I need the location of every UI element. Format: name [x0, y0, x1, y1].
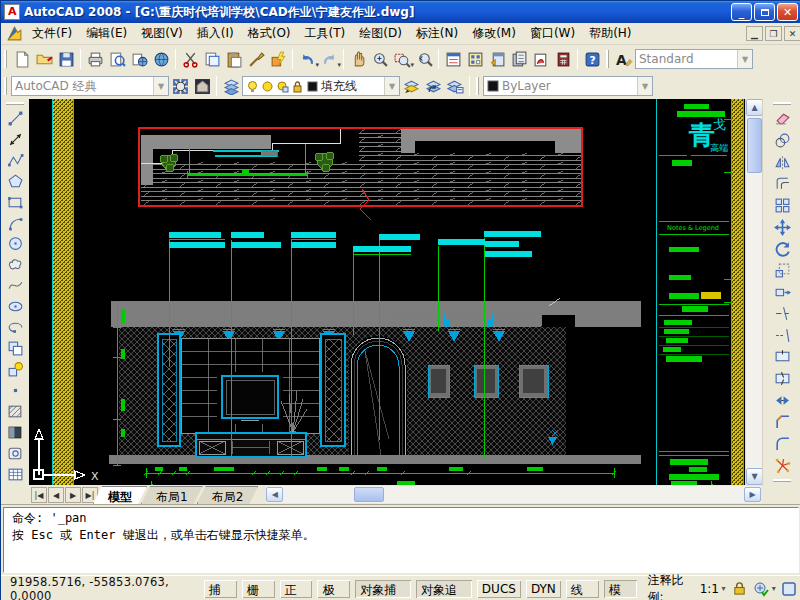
table-button[interactable]	[4, 464, 26, 485]
rectangle-button[interactable]	[4, 192, 26, 213]
text-style-icon[interactable]: A	[613, 48, 635, 70]
restore-button[interactable]	[754, 3, 775, 21]
toggle-ortho[interactable]: 正交	[279, 579, 314, 599]
construction-line-button[interactable]	[4, 129, 26, 150]
tool-palettes-button[interactable]	[486, 48, 508, 70]
scroll-left-icon[interactable]: ◀	[266, 487, 283, 502]
clean-screen-icon[interactable]	[781, 580, 798, 598]
coordinate-readout[interactable]: 91958.5716, -55853.0763, 0.0000	[4, 579, 200, 599]
scroll-right-icon[interactable]: ▶	[744, 487, 761, 502]
undo-button[interactable]: ▾	[296, 48, 318, 70]
chamfer-button[interactable]	[771, 411, 793, 433]
scroll-up-icon[interactable]: ▲	[746, 99, 763, 116]
zoom-window-button[interactable]: ▾	[391, 48, 413, 70]
layer-color-swatch[interactable]	[306, 80, 319, 93]
mdi-restore-button[interactable]: ❐	[765, 26, 782, 41]
block-editor-button[interactable]	[267, 48, 289, 70]
toolbar-grip[interactable]	[773, 102, 791, 107]
pan-button[interactable]	[347, 48, 369, 70]
vertical-scrollbar[interactable]: ▲ ▼	[745, 99, 762, 485]
toggle-ducs[interactable]: DUCS	[476, 579, 522, 599]
toolbar-grip[interactable]	[773, 479, 791, 484]
open-file-button[interactable]	[33, 48, 55, 70]
horizontal-scrollbar[interactable]: ◀ ▶	[266, 486, 761, 503]
array-button[interactable]	[771, 195, 793, 217]
break-at-point-button[interactable]	[771, 346, 793, 368]
annotation-visibility-icon[interactable]	[753, 580, 770, 598]
close-button[interactable]: ✕	[777, 3, 798, 21]
spline-button[interactable]	[4, 275, 26, 296]
gradient-button[interactable]	[4, 422, 26, 443]
color-combo[interactable]: ByLayer ▼	[483, 76, 653, 96]
properties-palette-button[interactable]	[442, 48, 464, 70]
designcenter-button[interactable]	[464, 48, 486, 70]
zoom-realtime-button[interactable]	[369, 48, 391, 70]
arc-button[interactable]	[4, 213, 26, 234]
move-button[interactable]	[771, 216, 793, 238]
join-button[interactable]	[771, 389, 793, 411]
rotate-button[interactable]	[771, 238, 793, 260]
layer-properties-button[interactable]	[220, 75, 242, 97]
cut-button[interactable]	[179, 48, 201, 70]
horizontal-scroll-thumb[interactable]	[354, 487, 384, 502]
trim-button[interactable]	[771, 303, 793, 325]
toolbar-grip[interactable]	[4, 77, 9, 95]
toolbar-grip[interactable]	[606, 50, 611, 68]
tab-next-icon[interactable]: ▶	[65, 487, 81, 503]
make-block-button[interactable]	[4, 359, 26, 380]
mdi-minimize-button[interactable]: ▁	[746, 26, 763, 41]
paste-button[interactable]	[223, 48, 245, 70]
layer-freeze-sun-icon[interactable]	[261, 80, 274, 93]
text-style-combo[interactable]: Standard ▼	[635, 49, 753, 69]
layer-vp-sun-icon[interactable]	[276, 80, 289, 93]
toggle-lineweight[interactable]: 线宽	[565, 579, 600, 599]
tab-layout2[interactable]: 布局2	[197, 486, 259, 504]
menu-window[interactable]: 窗口(W)	[523, 22, 582, 45]
minimize-button[interactable]: _	[731, 3, 752, 21]
explode-button[interactable]	[771, 454, 793, 476]
menu-format[interactable]: 格式(O)	[241, 22, 298, 45]
chevron-down-icon[interactable]: ▼	[637, 77, 652, 95]
mdi-close-button[interactable]: ✕	[784, 26, 800, 41]
extend-button[interactable]	[771, 324, 793, 346]
workspace-settings-button[interactable]	[169, 75, 191, 97]
menu-file[interactable]: 文件(F)	[25, 22, 79, 45]
line-button[interactable]	[4, 108, 26, 129]
polyline-button[interactable]	[4, 150, 26, 171]
toggle-otrack[interactable]: 对象追踪	[415, 579, 473, 599]
toggle-grid[interactable]: 栅格	[241, 579, 276, 599]
command-input-area[interactable]: 命令: '_pan 按 Esc 或 Enter 键退出，或单击右键显示快捷菜单。	[3, 507, 799, 573]
zoom-previous-button[interactable]	[413, 48, 435, 70]
stretch-button[interactable]	[771, 281, 793, 303]
toolbar-lock-icon[interactable]	[731, 580, 748, 598]
toggle-osnap[interactable]: 对象捕捉	[354, 579, 412, 599]
new-file-button[interactable]	[11, 48, 33, 70]
insert-block-button[interactable]	[4, 338, 26, 359]
vertical-scroll-thumb[interactable]	[747, 118, 762, 173]
publish-button[interactable]	[128, 48, 150, 70]
markup-button[interactable]	[530, 48, 552, 70]
mirror-button[interactable]	[771, 151, 793, 173]
chevron-down-icon[interactable]: ▼	[384, 77, 399, 95]
toolbar-grip[interactable]	[476, 77, 481, 95]
save-button[interactable]	[55, 48, 77, 70]
toggle-dyn[interactable]: DYN	[525, 579, 562, 599]
layer-lock-icon[interactable]	[291, 80, 304, 93]
menu-modify[interactable]: 修改(M)	[465, 22, 523, 45]
tab-prev-icon[interactable]: ◀	[48, 487, 64, 503]
ellipse-button[interactable]	[4, 296, 26, 317]
revision-cloud-button[interactable]	[4, 254, 26, 275]
copy-clip-button[interactable]	[201, 48, 223, 70]
workspace-combo[interactable]: AutoCAD 经典 ▼	[11, 76, 169, 96]
help-button[interactable]: ?	[581, 48, 603, 70]
polygon-button[interactable]	[4, 171, 26, 192]
fillet-button[interactable]	[771, 433, 793, 455]
scale-button[interactable]	[771, 260, 793, 282]
quickcalc-button[interactable]	[552, 48, 574, 70]
toggle-snap[interactable]: 捕捉	[203, 579, 238, 599]
status-menu-chevron-icon[interactable]: ▾	[772, 584, 776, 593]
match-properties-button[interactable]	[245, 48, 267, 70]
hatch-button[interactable]	[4, 401, 26, 422]
offset-button[interactable]	[771, 173, 793, 195]
annotation-scale-value[interactable]: 1:1	[700, 582, 719, 596]
